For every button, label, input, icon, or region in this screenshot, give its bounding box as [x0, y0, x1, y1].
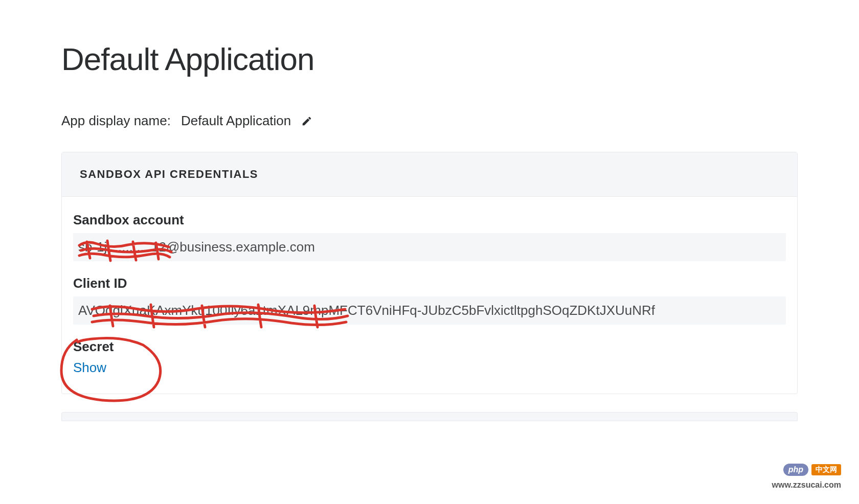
- next-card-top: [61, 412, 798, 421]
- edit-pencil-icon[interactable]: [301, 116, 312, 127]
- watermark-zzsucai: www.zzsucai.com: [772, 480, 841, 490]
- watermark-php: php 中文网: [783, 464, 841, 476]
- display-name-value: Default Application: [181, 113, 291, 129]
- sandbox-account-label: Sandbox account: [73, 212, 786, 228]
- secret-field: Secret Show: [73, 339, 786, 376]
- credentials-card-body: Sandbox account sb-1j............12@busi…: [62, 197, 797, 394]
- display-name-row: App display name: Default Application: [61, 113, 798, 129]
- sandbox-account-value[interactable]: sb-1j............12@business.example.com: [73, 233, 786, 261]
- client-id-value[interactable]: AVOdglXuaKAxmYku100Ily6a1tmXAL9mpMFCT6Vn…: [73, 296, 786, 325]
- client-id-label: Client ID: [73, 276, 786, 291]
- main-container: Default Application App display name: De…: [0, 0, 859, 421]
- page-title: Default Application: [61, 41, 798, 77]
- php-badge-icon: php: [783, 464, 808, 476]
- php-text-label: 中文网: [811, 464, 841, 475]
- sandbox-account-field: Sandbox account sb-1j............12@busi…: [73, 212, 786, 261]
- credentials-card-header: SANDBOX API CREDENTIALS: [62, 152, 797, 197]
- secret-show-link[interactable]: Show: [73, 360, 106, 376]
- client-id-field: Client ID AVOdglXuaKAxmYku100Ily6a1tmXAL…: [73, 276, 786, 325]
- secret-label: Secret: [73, 339, 786, 355]
- credentials-card: SANDBOX API CREDENTIALS Sandbox account …: [61, 152, 798, 394]
- display-name-label: App display name:: [61, 113, 171, 129]
